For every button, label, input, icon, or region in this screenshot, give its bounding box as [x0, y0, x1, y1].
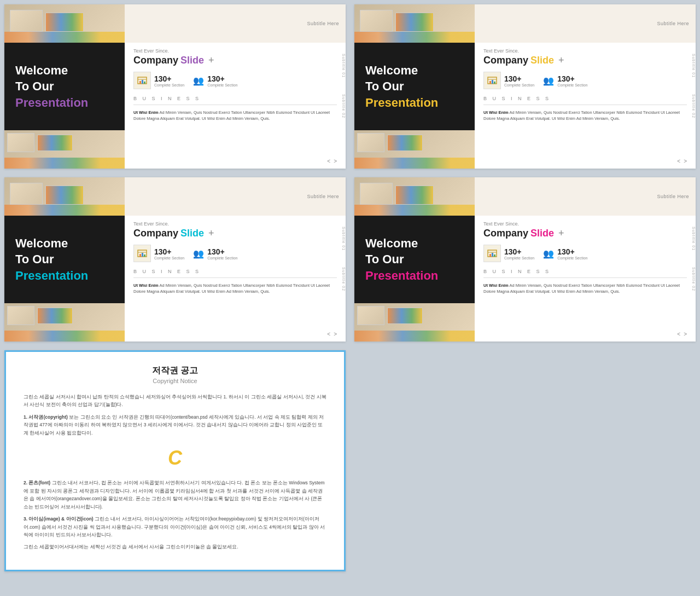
body-bold-1: Ut Wisi Enim — [133, 110, 159, 115]
stat-item-1b: 👥 130+ Complete Section — [193, 74, 237, 87]
presentation-3: Presentation — [15, 269, 88, 283]
welcome-line2-1: To Our — [15, 79, 54, 95]
nav-arrows-1[interactable]: < > — [327, 158, 337, 164]
plus-icon-4: + — [558, 228, 564, 239]
nav-arrows-3[interactable]: < > — [327, 331, 337, 337]
stats-row-3: 130+ Complete Section 👥 130+ Complete Se… — [133, 245, 337, 262]
photo-strip-3: Subtitle Here — [4, 177, 346, 216]
photo-left-4 — [354, 177, 475, 216]
section2-title: 2. 폰츠(font) — [24, 480, 50, 485]
slide-main-3: Welcome To Our Presentation Text Ever Si… — [4, 216, 346, 342]
presentation-4: Presentation — [365, 269, 438, 283]
left-panel-4: Welcome To Our Presentation — [354, 216, 475, 342]
subtitle-here-3: Subtitle Here — [307, 194, 339, 199]
svg-rect-3 — [142, 80, 143, 84]
vertical-labels-1: Subtitle 01 Subtitle 02 — [342, 54, 346, 118]
stat-icon-4a — [483, 245, 501, 262]
welcome-line1-3: Welcome — [15, 236, 68, 252]
svg-rect-2 — [139, 81, 141, 84]
bottom-photo-2 — [354, 130, 475, 169]
company-slide-row-2: Company Slide + — [483, 55, 687, 66]
photo-right-3: Subtitle Here — [125, 177, 346, 216]
section1-title: 1. 서작권(copyright) — [24, 414, 68, 420]
stat-number-4a: 130+ — [504, 247, 534, 256]
svg-rect-8 — [492, 80, 493, 84]
stat-label-2a: Complete Section — [504, 83, 534, 87]
welcome-line1-2: Welcome — [365, 63, 418, 79]
next-arrow-1[interactable]: > — [334, 158, 337, 164]
body-bold-2: Ut Wisi Enim — [483, 110, 509, 115]
photo-strip-1: Subtitle Here — [4, 4, 346, 43]
black-box-1: Welcome To Our Presentation — [4, 43, 125, 130]
stat-item-3b: 👥 130+ Complete Section — [193, 247, 237, 260]
stat-label-1a: Complete Section — [154, 83, 184, 87]
black-box-2: Welcome To Our Presentation — [354, 43, 475, 130]
stat-number-3b: 130+ — [207, 247, 237, 256]
copyright-title-en: Copyright Notice — [24, 378, 326, 384]
vertical-labels-3: Subtitle 01 Subtitle 02 — [342, 227, 346, 291]
stat-number-1b: 130+ — [207, 74, 237, 83]
prev-arrow-4[interactable]: < — [677, 331, 680, 337]
slide-main-2: Welcome To Our Presentation Text Ever Si… — [354, 43, 696, 169]
prev-arrow-2[interactable]: < — [677, 158, 680, 164]
svg-rect-17 — [489, 254, 491, 257]
stat-item-3a: 130+ Complete Section — [133, 245, 184, 262]
business-2: B U S I N E S S — [483, 96, 687, 105]
body-bold-3: Ut Wisi Enim — [133, 283, 159, 288]
next-arrow-3[interactable]: > — [334, 331, 337, 337]
body-text-2: Ut Wisi Enim Ad Minim Veniam, Quis Nostr… — [483, 109, 687, 122]
bottom-photo-4 — [354, 303, 475, 342]
text-ever-since-3: Text Ever Since. — [133, 221, 337, 227]
vertical-labels-4: Subtitle 01 Subtitle 02 — [692, 227, 696, 291]
slide-word-2: Slide — [530, 55, 554, 66]
vl-subtitle02-1: Subtitle 02 — [342, 94, 346, 118]
welcome-line1-4: Welcome — [365, 236, 418, 252]
svg-rect-4 — [144, 82, 145, 84]
slide-word-4: Slide — [530, 228, 554, 239]
right-panel-2: Text Ever Since. Company Slide + 130+ Co… — [475, 43, 696, 169]
gray-placeholder — [354, 350, 696, 571]
subtitle-here-1: Subtitle Here — [307, 21, 339, 26]
people-icon-3: 👥 — [193, 248, 204, 259]
svg-rect-7 — [489, 81, 491, 84]
left-panel-3: Welcome To Our Presentation — [4, 216, 125, 342]
vl-subtitle02-4: Subtitle 02 — [692, 267, 696, 291]
nav-arrows-4[interactable]: < > — [677, 331, 687, 337]
stats-row-2: 130+ Complete Section 👥 130+ Complete Se… — [483, 72, 687, 89]
next-arrow-4[interactable]: > — [684, 331, 687, 337]
stat-label-4b: Complete Section — [557, 256, 587, 260]
svg-rect-13 — [142, 253, 143, 257]
vl-subtitle01-4: Subtitle 01 — [692, 227, 696, 251]
slide-main-4: Welcome To Our Presentation Text Ever Si… — [354, 216, 696, 342]
stat-item-4b: 👥 130+ Complete Section — [543, 247, 587, 260]
left-panel-1: Welcome To Our Presentation — [4, 43, 125, 169]
business-1: B U S I N E S S — [133, 96, 337, 105]
photo-left-1 — [4, 4, 125, 43]
slide-main-1: Welcome To Our Presentation Text Ever Si… — [4, 43, 346, 169]
stat-label-3b: Complete Section — [207, 256, 237, 260]
nav-arrows-2[interactable]: < > — [677, 158, 687, 164]
subtitle-here-2: Subtitle Here — [657, 21, 689, 26]
stat-icon-3a — [133, 245, 151, 262]
company-slide-row-3: Company Slide + — [133, 228, 337, 239]
section3-title: 3. 아이심(image) & 아이건(icon) — [24, 516, 94, 522]
black-box-4: Welcome To Our Presentation — [354, 216, 475, 303]
stat-number-3a: 130+ — [154, 247, 184, 256]
stat-item-2b: 👥 130+ Complete Section — [543, 74, 587, 87]
prev-arrow-1[interactable]: < — [327, 158, 330, 164]
stat-number-2a: 130+ — [504, 74, 534, 83]
photo-strip-2: Subtitle Here — [354, 4, 696, 43]
next-arrow-2[interactable]: > — [684, 158, 687, 164]
welcome-line2-3: To Our — [15, 252, 54, 268]
photo-left-2 — [354, 4, 475, 43]
bottom-photo-3 — [4, 303, 125, 342]
svg-rect-14 — [144, 254, 145, 257]
stat-item-1a: 130+ Complete Section — [133, 72, 184, 89]
prev-arrow-3[interactable]: < — [327, 331, 330, 337]
plus-icon-2: + — [558, 55, 564, 66]
welcome-line2-2: To Our — [365, 79, 404, 95]
body-text-3: Ut Wisi Enim Ad Minim Veniam, Quis Nostr… — [133, 282, 337, 295]
stat-icon-1a — [133, 72, 151, 89]
vl-subtitle01-2: Subtitle 01 — [692, 54, 696, 78]
main-grid: Subtitle Here Welcome To Our Presentatio… — [0, 0, 700, 576]
